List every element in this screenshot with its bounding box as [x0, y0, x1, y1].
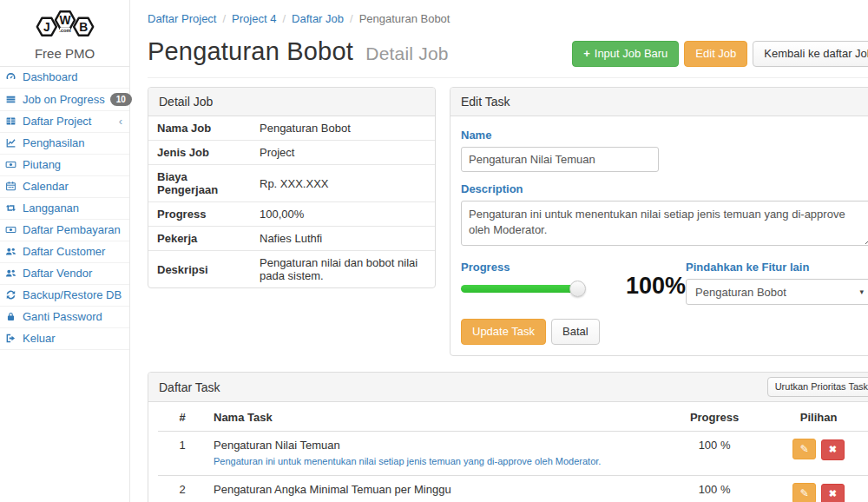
brand-link[interactable]: .com J W B Free PMO	[0, 0, 129, 67]
svg-text:W: W	[59, 13, 71, 27]
daftar-task-heading: Daftar Task Urutkan Prioritas Task	[148, 373, 868, 402]
sidebar-item-dashboard[interactable]: Dashboard	[0, 67, 129, 89]
column-header-pilihan: Pilihan	[763, 404, 868, 432]
sidebar-item-label: Job on Progress	[23, 94, 105, 106]
sidebar-item-daftar-customer[interactable]: Daftar Customer	[0, 241, 129, 263]
sidebar-item-ganti-password[interactable]: Ganti Password	[0, 307, 129, 328]
calendar-icon	[5, 181, 17, 193]
daftar-task-title: Daftar Task	[159, 380, 220, 394]
sidebar-item-piutang[interactable]: Piutang	[0, 155, 129, 176]
breadcrumb-project-4[interactable]: Project 4	[232, 12, 276, 25]
lock-icon	[5, 311, 17, 323]
detail-label: Nama Job	[148, 116, 251, 141]
task-row: 1 Pengaturan Nilai Temuan Pengaturan ini…	[158, 432, 868, 476]
detail-row-biaya: Biaya Pengerjaan Rp. XXX.XXX	[148, 165, 435, 202]
edit-task-heading: Edit Task	[450, 88, 868, 116]
sidebar-item-job-on-progress[interactable]: Job on Progress 10	[0, 89, 129, 111]
sidebar-nav: Dashboard Job on Progress 10 Daftar Proj…	[0, 67, 129, 350]
detail-value: 100,00%	[251, 202, 435, 227]
delete-task-row-button[interactable]: ✖	[821, 484, 845, 502]
column-header-progress: Progress	[666, 404, 763, 432]
move-feature-label: Pindahkan ke Fitur lain	[686, 261, 868, 274]
progress-slider[interactable]	[461, 285, 575, 293]
sidebar-item-keluar[interactable]: Keluar	[0, 328, 129, 350]
svg-text:.com: .com	[59, 28, 71, 33]
sidebar-item-daftar-project[interactable]: Daftar Project ‹	[0, 111, 129, 133]
detail-row-jenis-job: Jenis Job Project	[148, 141, 435, 165]
detail-label: Deskripsi	[148, 251, 251, 288]
detail-job-table: Nama Job Pengaturan Bobot Jenis Job Proj…	[148, 116, 435, 287]
name-label: Name	[461, 129, 868, 142]
edit-job-button[interactable]: Edit Job	[684, 41, 747, 67]
task-name: Pengaturan Angka Minimal Temuan per Ming…	[214, 483, 659, 496]
main-content: Daftar Project/Project 4/Daftar Job/Peng…	[130, 0, 868, 502]
progress-slider-handle[interactable]	[569, 281, 586, 297]
edit-task-panel: Edit Task Name Description Pengaturan in…	[450, 87, 868, 356]
caret-down-icon: ▾	[860, 287, 865, 296]
sidebar-item-label: Calendar	[23, 181, 69, 193]
x-icon: ✖	[829, 444, 837, 455]
daftar-task-panel: Daftar Task Urutkan Prioritas Task # Nam…	[148, 372, 868, 502]
sidebar-item-langganan[interactable]: Langganan	[0, 198, 129, 220]
sidebar-item-label: Daftar Customer	[23, 246, 105, 258]
sidebar-item-label: Penghasilan	[23, 137, 85, 149]
sidebar-item-label: Daftar Vendor	[23, 268, 92, 280]
breadcrumb-separator: /	[222, 12, 226, 25]
update-task-button[interactable]: Update Task	[461, 319, 546, 345]
sidebar-item-calendar[interactable]: Calendar	[0, 176, 129, 198]
delete-task-row-button[interactable]: ✖	[821, 439, 845, 460]
pencil-icon: ✎	[800, 443, 809, 455]
task-actions: ✎ ✖	[763, 476, 868, 502]
sidebar-item-label: Backup/Restore DB	[23, 289, 122, 301]
edit-task-row-button[interactable]: ✎	[792, 483, 816, 502]
task-name: Pengaturan Nilai Temuan	[214, 439, 659, 452]
detail-row-nama-job: Nama Job Pengaturan Bobot	[148, 116, 435, 141]
page-header: Pengaturan Bobot Detail Job + Input Job …	[148, 36, 868, 67]
edit-task-body: Name Description Pengaturan ini untuk me…	[450, 116, 868, 355]
edit-task-row-button[interactable]: ✎	[792, 439, 816, 459]
pencil-icon: ✎	[800, 487, 809, 499]
sidebar-item-label: Keluar	[23, 333, 56, 345]
svg-text:J: J	[43, 19, 50, 33]
sidebar-item-daftar-pembayaran[interactable]: Daftar Pembayaran	[0, 220, 129, 241]
detail-row-deskripsi: Deskripsi Pengaturan nilai dan bobot nil…	[148, 251, 435, 288]
task-cell: Pengaturan Angka Minimal Temuan per Ming…	[207, 476, 666, 502]
sidebar-item-backup-restore[interactable]: Backup/Restore DB	[0, 285, 129, 307]
batal-button[interactable]: Batal	[551, 319, 600, 345]
urutkan-prioritas-task-button-top[interactable]: Urutkan Prioritas Task	[767, 377, 868, 397]
detail-job-panel: Detail Job Nama Job Pengaturan Bobot Jen…	[148, 87, 436, 288]
breadcrumb-daftar-job[interactable]: Daftar Job	[292, 12, 344, 25]
panels-row: Detail Job Nama Job Pengaturan Bobot Jen…	[148, 87, 868, 356]
users-icon	[5, 268, 17, 280]
title-divider	[148, 77, 868, 78]
breadcrumb-daftar-project[interactable]: Daftar Project	[148, 12, 216, 25]
sidebar-item-label: Piutang	[23, 159, 61, 171]
input-job-baru-label: Input Job Baru	[595, 47, 668, 61]
jwb-logo-icon: .com J W B	[25, 4, 105, 41]
move-feature-select[interactable]: Pengaturan Bobot ▾	[686, 279, 868, 305]
money-icon	[5, 224, 17, 236]
progress-label: Progress	[461, 261, 598, 274]
line-chart-icon	[5, 137, 17, 149]
table-icon	[5, 116, 17, 128]
task-actions: ✎ ✖	[763, 432, 868, 476]
sign-out-icon	[5, 333, 17, 345]
kembali-ke-daftar-job-button[interactable]: Kembali ke daftar Job	[753, 41, 868, 67]
task-progress: 100 %	[666, 476, 763, 502]
tasks-icon	[5, 94, 17, 106]
sidebar: .com J W B Free PMO Dashboard Job on Pro…	[0, 0, 130, 502]
plus-icon: +	[583, 47, 590, 61]
x-icon: ✖	[829, 488, 837, 499]
description-label: Description	[461, 182, 868, 195]
sidebar-item-daftar-vendor[interactable]: Daftar Vendor	[0, 263, 129, 285]
task-description-textarea[interactable]: Pengaturan ini untuk menentukan nilai se…	[461, 201, 868, 246]
detail-row-pekerja: Pekerja Nafies Luthfi	[148, 227, 435, 251]
sidebar-item-penghasilan[interactable]: Penghasilan	[0, 133, 129, 155]
input-job-baru-button[interactable]: + Input Job Baru	[572, 41, 679, 67]
task-table-header-row: # Nama Task Progress Pilihan	[158, 404, 868, 432]
detail-label: Jenis Job	[148, 141, 251, 165]
sidebar-item-label: Daftar Project	[23, 116, 91, 128]
task-cell: Pengaturan Nilai Temuan Pengaturan ini u…	[207, 432, 666, 476]
task-row: 2 Pengaturan Angka Minimal Temuan per Mi…	[158, 476, 868, 502]
task-name-input[interactable]	[461, 147, 659, 172]
